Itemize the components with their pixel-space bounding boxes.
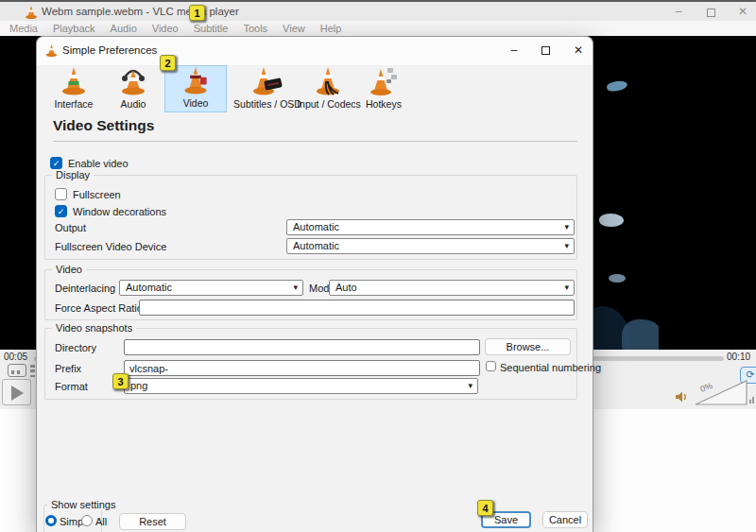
playlist-toggle-icon[interactable] bbox=[30, 365, 35, 377]
directory-input[interactable] bbox=[124, 339, 480, 355]
format-dropdown[interactable]: png ▾ bbox=[124, 378, 478, 394]
annotation-badge-1: 1 bbox=[189, 5, 205, 21]
fish-shape bbox=[599, 214, 624, 227]
menu-playback[interactable]: Playback bbox=[45, 23, 103, 34]
check-icon: ✓ bbox=[58, 207, 65, 216]
vlc-titlebar: Webm sample.webm - VLC media player 1 – … bbox=[0, 0, 756, 21]
enable-video-label: Enable video bbox=[68, 158, 129, 169]
dropdown-arrow-icon: ▾ bbox=[564, 239, 569, 253]
format-label: Format bbox=[55, 381, 88, 392]
total-time: 00:10 bbox=[727, 352, 750, 362]
interface-icon bbox=[60, 66, 88, 96]
prefs-tab-hotkeys[interactable]: Hotkeys bbox=[352, 65, 415, 112]
minimize-button[interactable]: – bbox=[671, 5, 686, 20]
screen: Webm sample.webm - VLC media player 1 – … bbox=[0, 0, 756, 532]
deinterlacing-dropdown[interactable]: Automatic ▾ bbox=[119, 280, 303, 296]
cancel-button[interactable]: Cancel bbox=[542, 511, 588, 528]
check-icon: ✓ bbox=[53, 159, 60, 168]
dropdown-arrow-icon: ▾ bbox=[293, 281, 298, 295]
annotation-badge-4: 4 bbox=[477, 500, 493, 516]
directory-label: Directory bbox=[55, 342, 96, 353]
stats-icon bbox=[749, 397, 754, 403]
menu-audio[interactable]: Audio bbox=[103, 23, 145, 34]
simple-radio[interactable] bbox=[45, 515, 57, 526]
hotkeys-icon bbox=[369, 66, 399, 96]
dialog-minimize-button[interactable]: – bbox=[504, 42, 524, 60]
audio-icon bbox=[119, 66, 147, 96]
prefs-tab-interface[interactable]: Interface bbox=[43, 65, 105, 112]
fullscreen-device-label: Fullscreen Video Device bbox=[55, 241, 166, 252]
fish-shape bbox=[609, 274, 626, 283]
show-settings-title: Show settings bbox=[47, 499, 119, 510]
ab-loop-icon[interactable] bbox=[8, 364, 26, 377]
reset-preferences-button[interactable]: Reset Preferences bbox=[119, 513, 186, 530]
prefix-input[interactable] bbox=[124, 360, 480, 376]
fullscreen-checkbox[interactable] bbox=[55, 188, 67, 200]
output-label: Output bbox=[55, 222, 86, 233]
close-button[interactable]: ✕ bbox=[735, 5, 750, 20]
menu-video[interactable]: Video bbox=[145, 23, 186, 34]
browse-button[interactable]: Browse... bbox=[485, 338, 571, 355]
dropdown-arrow-icon: ▾ bbox=[564, 220, 569, 234]
annotation-badge-3: 3 bbox=[112, 373, 129, 389]
play-icon bbox=[11, 386, 24, 401]
rock-shape bbox=[622, 319, 659, 350]
video-icon bbox=[181, 66, 210, 95]
all-radio-label: All bbox=[95, 516, 107, 527]
all-radio[interactable] bbox=[81, 515, 93, 526]
dialog-close-button[interactable]: ✕ bbox=[568, 42, 589, 60]
force-aspect-ratio-label: Force Aspect Ratio bbox=[55, 302, 143, 314]
simple-preferences-dialog: Simple Preferences – ✕ Interface A bbox=[36, 36, 593, 532]
prefs-tab-subtitles-osd[interactable]: Subtitles / OSD bbox=[232, 65, 303, 112]
deinterlacing-label: Deinterlacing bbox=[55, 283, 115, 294]
vlc-menubar: Media Playback Audio Video Subtitle Tool… bbox=[0, 21, 756, 36]
menu-tools[interactable]: Tools bbox=[235, 23, 275, 34]
prefix-label: Prefix bbox=[55, 363, 81, 374]
enable-video-checkbox[interactable]: ✓ bbox=[50, 157, 62, 169]
volume-slider[interactable]: 0% bbox=[695, 380, 747, 405]
vlc-logo-icon bbox=[25, 6, 38, 20]
output-dropdown[interactable]: Automatic ▾ bbox=[286, 219, 575, 235]
fullscreen-device-dropdown[interactable]: Automatic ▾ bbox=[286, 238, 575, 254]
window-decorations-checkbox[interactable]: ✓ bbox=[55, 205, 67, 217]
menu-subtitle[interactable]: Subtitle bbox=[186, 23, 236, 34]
display-group-title: Display bbox=[52, 169, 94, 180]
video-frame-aquarium bbox=[593, 36, 659, 350]
fish-shape bbox=[606, 79, 627, 93]
speaker-icon[interactable] bbox=[676, 391, 689, 403]
annotation-badge-2: 2 bbox=[160, 55, 176, 71]
mode-dropdown[interactable]: Auto ▾ bbox=[329, 280, 575, 296]
input-codecs-icon bbox=[314, 66, 344, 96]
prefs-tab-video[interactable]: Video bbox=[164, 65, 227, 112]
dropdown-arrow-icon: ▾ bbox=[468, 379, 472, 393]
dropdown-arrow-icon: ▾ bbox=[564, 281, 569, 295]
menu-help[interactable]: Help bbox=[313, 23, 350, 34]
menu-media[interactable]: Media bbox=[2, 23, 45, 34]
play-button[interactable] bbox=[2, 379, 31, 405]
menu-view[interactable]: View bbox=[275, 23, 313, 34]
force-aspect-ratio-input[interactable] bbox=[139, 300, 575, 316]
dialog-maximize-button[interactable] bbox=[541, 46, 550, 55]
sequential-numbering-label: Sequential numbering bbox=[500, 362, 601, 373]
subtitles-osd-icon bbox=[251, 66, 284, 96]
elapsed-time: 00:05 bbox=[4, 352, 27, 362]
heading-divider bbox=[53, 141, 577, 142]
page-title: Video Settings bbox=[53, 117, 154, 134]
maximize-button[interactable] bbox=[707, 9, 715, 17]
dialog-titlebar: Simple Preferences – ✕ bbox=[37, 37, 593, 65]
video-group-title: Video bbox=[52, 264, 86, 275]
prefs-tab-audio[interactable]: Audio bbox=[102, 65, 164, 112]
fullscreen-label: Fullscreen bbox=[73, 189, 121, 200]
dialog-title: Simple Preferences bbox=[62, 44, 157, 56]
sequential-numbering-checkbox[interactable] bbox=[486, 361, 496, 371]
window-title: Webm sample.webm - VLC media player bbox=[42, 6, 239, 17]
video-snapshots-title: Video snapshots bbox=[52, 322, 136, 334]
window-decorations-label: Window decorations bbox=[73, 206, 166, 217]
vlc-cone-icon bbox=[45, 44, 58, 58]
